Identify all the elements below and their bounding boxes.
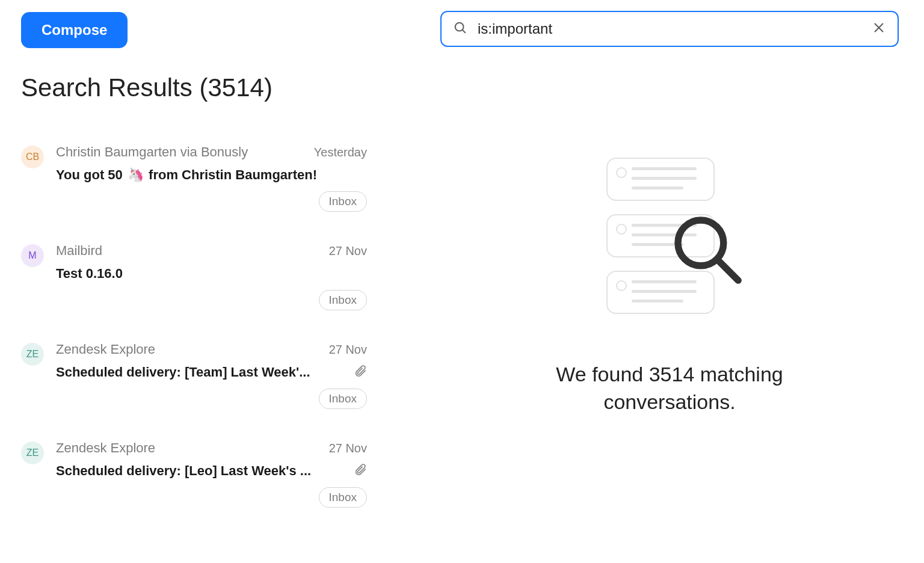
email-date: 27 Nov <box>329 441 367 455</box>
folder-label: Inbox <box>319 290 367 310</box>
email-item[interactable]: ZE Zendesk Explore 27 Nov Scheduled deli… <box>21 440 367 508</box>
left-panel: Compose Search Results (3514) CB Christi… <box>0 0 380 563</box>
avatar-initials: M <box>28 250 36 261</box>
results-illustration <box>606 158 733 332</box>
results-title: Search Results (3514) <box>21 73 367 102</box>
folder-label: Inbox <box>319 487 367 508</box>
email-subject: You got 50 🦄 from Christin Baumgarten! <box>56 167 367 183</box>
avatar-initials: ZE <box>26 448 38 458</box>
right-panel: We found 3514 matching conversations. <box>380 0 924 563</box>
subject-prefix: Test 0.16.0 <box>56 266 123 281</box>
sender-avatar: ZE <box>21 441 44 464</box>
sender-avatar: CB <box>21 146 44 168</box>
sender-name: Zendesk Explore <box>56 342 155 357</box>
sender-name: Mailbird <box>56 243 102 259</box>
search-bar[interactable] <box>440 11 899 47</box>
subject-emoji: 🦄 <box>128 167 144 182</box>
folder-label: Inbox <box>319 191 367 212</box>
clear-search-button[interactable] <box>870 19 888 39</box>
avatar-initials: CB <box>26 152 39 162</box>
magnifier-icon <box>667 209 745 289</box>
compose-button[interactable]: Compose <box>21 12 128 48</box>
email-subject: Test 0.16.0 <box>56 266 367 282</box>
sender-avatar: M <box>21 244 44 267</box>
results-summary-panel: We found 3514 matching conversations. <box>440 47 899 563</box>
email-date: Yesterday <box>314 146 367 159</box>
sender-avatar: ZE <box>21 343 44 366</box>
sender-name: Christin Baumgarten via Bonusly <box>56 144 248 160</box>
email-subject: Scheduled delivery: [Team] Last Week'... <box>56 365 349 380</box>
email-item[interactable]: CB Christin Baumgarten via Bonusly Yeste… <box>21 144 367 212</box>
search-input[interactable] <box>476 20 860 38</box>
svg-line-1 <box>463 30 466 33</box>
avatar-initials: ZE <box>26 349 38 360</box>
svg-line-5 <box>717 259 738 280</box>
email-item[interactable]: ZE Zendesk Explore 27 Nov Scheduled deli… <box>21 342 367 409</box>
subject-suffix: from Christin Baumgarten! <box>145 167 317 182</box>
results-summary-text: We found 3514 matching conversations. <box>513 361 826 416</box>
email-subject: Scheduled delivery: [Leo] Last Week's ..… <box>56 463 349 479</box>
email-list: CB Christin Baumgarten via Bonusly Yeste… <box>21 144 367 508</box>
attachment-icon <box>354 463 367 479</box>
email-date: 27 Nov <box>329 343 367 357</box>
sender-name: Zendesk Explore <box>56 440 155 456</box>
folder-label: Inbox <box>319 389 367 409</box>
close-icon <box>872 20 886 38</box>
subject-prefix: You got 50 <box>56 167 126 182</box>
attachment-icon <box>354 365 367 380</box>
email-item[interactable]: M Mailbird 27 Nov Test 0.16.0 Inbox <box>21 243 367 310</box>
subject-prefix: Scheduled delivery: [Leo] Last Week's ..… <box>56 463 311 478</box>
search-icon <box>454 21 467 37</box>
email-date: 27 Nov <box>329 244 367 258</box>
subject-prefix: Scheduled delivery: [Team] Last Week'... <box>56 365 310 380</box>
